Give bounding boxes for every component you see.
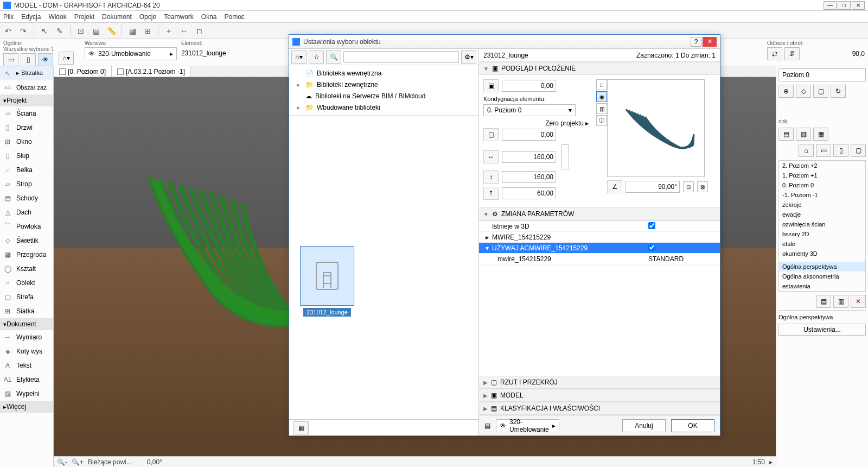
object-tool[interactable]: ⑁Obiekt [0, 276, 53, 290]
nav-action[interactable]: ▤ [816, 295, 831, 308]
nav-view-btn[interactable]: ▯ [833, 144, 848, 157]
viewport-tab-0[interactable]: [0. Poziom 0] [54, 66, 112, 77]
viewport-tab-1[interactable]: [A.03.2.1 Poziom -1] [112, 66, 191, 77]
undo-icon[interactable]: ↶ [2, 25, 14, 37]
snap-icon[interactable]: ⊡ [75, 25, 87, 37]
nav-item[interactable]: ozwinięcia ścian [779, 219, 865, 229]
z-input[interactable] [502, 80, 556, 92]
eyedropper-button[interactable]: 👁 [38, 53, 53, 66]
roof-tool[interactable]: △Dach [0, 205, 53, 219]
nav-item[interactable]: Ogólna perspektywa [779, 262, 865, 272]
status-scale[interactable]: 1:50 [752, 458, 765, 466]
cancel-button[interactable]: Anuluj [622, 419, 666, 432]
preview-3d[interactable] [607, 79, 705, 177]
menu-projekt[interactable]: Projekt [74, 13, 94, 21]
nav-item[interactable]: 2. Poziom +2 [779, 161, 865, 171]
select-mode-button[interactable]: ▯ [21, 53, 36, 66]
angle-input[interactable] [626, 181, 680, 193]
menu-okna[interactable]: Okna [201, 13, 217, 21]
param-row[interactable]: mwire_154215229STANDARD [479, 254, 720, 264]
nav-action[interactable]: ▥ [833, 295, 848, 308]
mesh-tool[interactable]: ⊞Siatka [0, 304, 53, 318]
library-manager-button[interactable]: ▦ [293, 421, 309, 434]
param-row[interactable]: Istnieje w 3D [479, 221, 720, 232]
zoom-out-icon[interactable]: 🔍- [57, 458, 67, 466]
width-input[interactable] [502, 151, 556, 163]
column-tool[interactable]: ▯Słup [0, 149, 53, 163]
maximize-button[interactable]: □ [838, 1, 851, 10]
level-tool[interactable]: ◈Koty wys [0, 344, 53, 358]
tree-item[interactable]: 📄Biblioteka wewnętrzna [291, 67, 476, 79]
section-class[interactable]: ▶▤KLASYFIKACJA I WŁAŚCIWOŚCI [479, 402, 720, 415]
more-header[interactable]: ▸ Więcej [0, 401, 53, 413]
search-input[interactable] [343, 51, 459, 63]
nav-btn[interactable]: ▤ [778, 128, 794, 141]
link-button[interactable] [561, 144, 569, 169]
view-3d-button[interactable]: ◉ [596, 91, 607, 102]
menu-opcje[interactable]: Opcje [139, 13, 156, 21]
nav-item[interactable]: -1. Poziom -1 [779, 190, 865, 200]
menu-dokument[interactable]: Dokument [102, 13, 132, 21]
chevron-right-icon[interactable]: ▸ [769, 458, 773, 466]
tool-icon[interactable]: ↔ [178, 25, 190, 37]
nav-item[interactable]: Ogólna aksonometria [779, 272, 865, 281]
mirror-button[interactable]: ⊡ [683, 181, 694, 192]
nav-view-btn[interactable]: ▭ [816, 144, 831, 157]
nav-item[interactable]: etale [779, 239, 865, 249]
stair-tool[interactable]: ▤Schody [0, 191, 53, 205]
nav-btn[interactable]: ⊕ [778, 85, 794, 98]
menu-plik[interactable]: Plik [3, 13, 14, 21]
story-combo[interactable]: Poziom 0 [778, 68, 866, 81]
chevron-right-icon[interactable]: ▸ [585, 119, 589, 127]
fill-tool[interactable]: ▨Wypełni [0, 387, 53, 401]
shell-tool[interactable]: ⌒Powłoka [0, 219, 53, 234]
nav-item[interactable]: 1. Poziom +1 [779, 171, 865, 180]
section-model[interactable]: ▶▣MODEL [479, 389, 720, 402]
story-select[interactable]: 0. Poziom 0▾ [483, 104, 576, 116]
library-item[interactable]: 231012_lounge [295, 246, 360, 317]
beam-tool[interactable]: ⟋Belka [0, 163, 53, 177]
dialog-titlebar[interactable]: Ustawienia wyboru obiektu ? ✕ [289, 35, 720, 49]
curtainwall-tool[interactable]: ▦Przegroda [0, 248, 53, 262]
morph-tool[interactable]: ◯Kształt [0, 262, 53, 276]
marquee-tool[interactable]: ▭ Obszar zaz [0, 80, 53, 94]
home-button[interactable]: ⌂▾ [291, 51, 307, 64]
nav-view-btn[interactable]: ⌂ [799, 144, 814, 157]
nav-item[interactable]: estawienia [779, 281, 865, 291]
arrow-icon[interactable]: ↖ [39, 25, 50, 37]
z2-input[interactable] [502, 129, 556, 141]
redo-icon[interactable]: ↷ [17, 25, 29, 37]
mirror-v-button[interactable]: ⇵ [784, 47, 800, 60]
tool-icon[interactable]: + [163, 25, 175, 37]
param-row[interactable]: ▸MWIRE_154215229 [479, 232, 720, 243]
nav-btn[interactable]: ▥ [796, 128, 811, 141]
ok-button[interactable]: OK [671, 419, 714, 432]
menu-edycja[interactable]: Edycja [21, 13, 41, 21]
tool-icon[interactable]: ⊞ [142, 25, 154, 37]
grid-icon[interactable]: ▤ [90, 25, 102, 37]
nav-view-btn[interactable]: ▢ [851, 144, 866, 157]
project-header[interactable]: ▾ Projekt [0, 94, 53, 106]
mirror-h-button[interactable]: ⇄ [767, 47, 782, 60]
param-row-selected[interactable]: ▾UŻYWAJ ACMWIRE_154215229 [479, 243, 720, 254]
layer-combo[interactable]: 👁 320-Umeblowanie ▸ [85, 47, 177, 60]
arrow-tool[interactable]: ↖ ▸ Strzałka [0, 66, 53, 80]
height-input[interactable] [502, 187, 556, 199]
text-tool[interactable]: ATekst [0, 358, 53, 373]
delete-button[interactable]: ✕ [851, 295, 866, 308]
dimension-tool[interactable]: ↔Wymiaro [0, 330, 53, 344]
view-side-button[interactable]: ▥ [596, 103, 607, 114]
param-checkbox[interactable] [648, 222, 655, 229]
door-tool[interactable]: ▯Drzwi [0, 121, 53, 135]
favorite-button[interactable]: ☆ [309, 51, 324, 64]
tool-icon[interactable]: ▦ [126, 25, 138, 37]
wall-tool[interactable]: ▱Ściana [0, 106, 53, 121]
view-plan-button[interactable]: □ [596, 79, 607, 90]
nav-item[interactable]: zekroje [779, 200, 865, 210]
tool-icon[interactable]: ⊓ [193, 25, 205, 37]
settings-button[interactable]: Ustawienia... [778, 324, 866, 336]
search-icon[interactable]: 🔍 [326, 51, 341, 64]
zoom-in-icon[interactable]: 🔍+ [72, 458, 84, 466]
skylight-tool[interactable]: ◇Świetlik [0, 234, 53, 248]
pencil-icon[interactable]: ✎ [54, 25, 66, 37]
